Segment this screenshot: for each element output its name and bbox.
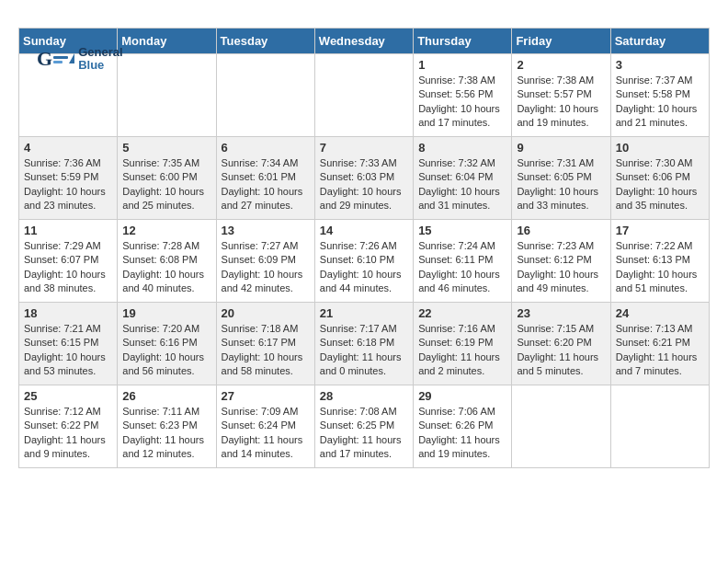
- calendar-cell: 13Sunrise: 7:27 AM Sunset: 6:09 PM Dayli…: [216, 220, 314, 303]
- day-info: Sunrise: 7:13 AM Sunset: 6:21 PM Dayligh…: [616, 322, 704, 379]
- day-number: 20: [222, 306, 310, 320]
- calendar-cell: 20Sunrise: 7:18 AM Sunset: 6:17 PM Dayli…: [216, 303, 314, 385]
- calendar-cell: [512, 385, 610, 468]
- day-number: 28: [320, 389, 408, 403]
- calendar-cell: 16Sunrise: 7:23 AM Sunset: 6:12 PM Dayli…: [512, 220, 610, 303]
- day-number: 21: [320, 306, 408, 320]
- weekday-header-friday: Friday: [512, 29, 610, 54]
- calendar-cell: 23Sunrise: 7:15 AM Sunset: 6:20 PM Dayli…: [512, 303, 610, 385]
- day-info: Sunrise: 7:11 AM Sunset: 6:23 PM Dayligh…: [122, 405, 210, 462]
- calendar-cell: 29Sunrise: 7:06 AM Sunset: 6:26 PM Dayli…: [414, 385, 512, 468]
- day-info: Sunrise: 7:37 AM Sunset: 5:58 PM Dayligh…: [616, 74, 704, 131]
- logo: G General Blue: [37, 46, 123, 73]
- weekday-header-monday: Monday: [118, 29, 216, 54]
- logo-line1: [53, 56, 68, 59]
- weekday-header-thursday: Thursday: [414, 29, 512, 54]
- day-number: 19: [122, 306, 210, 320]
- calendar-cell: 17Sunrise: 7:22 AM Sunset: 6:13 PM Dayli…: [610, 220, 709, 303]
- day-info: Sunrise: 7:12 AM Sunset: 6:22 PM Dayligh…: [24, 405, 112, 462]
- day-number: 24: [616, 306, 704, 320]
- calendar-cell: 27Sunrise: 7:09 AM Sunset: 6:24 PM Dayli…: [216, 385, 314, 468]
- calendar-cell: 2Sunrise: 7:38 AM Sunset: 5:57 PM Daylig…: [512, 54, 610, 137]
- day-number: 25: [24, 389, 112, 403]
- calendar-cell: 10Sunrise: 7:30 AM Sunset: 6:06 PM Dayli…: [610, 137, 709, 220]
- day-number: 18: [24, 306, 112, 320]
- day-info: Sunrise: 7:24 AM Sunset: 6:11 PM Dayligh…: [418, 239, 506, 296]
- day-number: 8: [418, 141, 506, 155]
- calendar-cell: 3Sunrise: 7:37 AM Sunset: 5:58 PM Daylig…: [610, 54, 709, 137]
- calendar-cell: [118, 54, 216, 137]
- day-number: 16: [517, 224, 605, 237]
- calendar-cell: 26Sunrise: 7:11 AM Sunset: 6:23 PM Dayli…: [118, 385, 216, 468]
- day-number: 23: [517, 306, 605, 320]
- day-number: 7: [320, 141, 408, 155]
- day-number: 15: [418, 224, 506, 237]
- calendar-cell: 24Sunrise: 7:13 AM Sunset: 6:21 PM Dayli…: [610, 303, 709, 385]
- day-info: Sunrise: 7:15 AM Sunset: 6:20 PM Dayligh…: [517, 322, 605, 379]
- calendar-cell: 21Sunrise: 7:17 AM Sunset: 6:18 PM Dayli…: [314, 303, 413, 385]
- day-number: 11: [24, 224, 112, 237]
- calendar-cell: [216, 54, 314, 137]
- day-info: Sunrise: 7:26 AM Sunset: 6:10 PM Dayligh…: [320, 239, 408, 296]
- day-info: Sunrise: 7:32 AM Sunset: 6:04 PM Dayligh…: [418, 156, 506, 213]
- day-number: 10: [616, 141, 704, 155]
- day-info: Sunrise: 7:23 AM Sunset: 6:12 PM Dayligh…: [517, 239, 605, 296]
- day-number: 2: [517, 58, 605, 72]
- day-number: 12: [122, 224, 210, 237]
- calendar-cell: 19Sunrise: 7:20 AM Sunset: 6:16 PM Dayli…: [118, 303, 216, 385]
- calendar-cell: 18Sunrise: 7:21 AM Sunset: 6:15 PM Dayli…: [19, 303, 118, 385]
- day-number: 6: [222, 141, 310, 155]
- day-info: Sunrise: 7:34 AM Sunset: 6:01 PM Dayligh…: [222, 156, 310, 213]
- calendar-cell: [314, 54, 413, 137]
- logo-line2: [53, 61, 63, 63]
- day-info: Sunrise: 7:28 AM Sunset: 6:08 PM Dayligh…: [122, 239, 210, 296]
- calendar-cell: 4Sunrise: 7:36 AM Sunset: 5:59 PM Daylig…: [19, 137, 118, 220]
- weekday-header-tuesday: Tuesday: [216, 29, 314, 54]
- day-info: Sunrise: 7:33 AM Sunset: 6:03 PM Dayligh…: [320, 156, 408, 213]
- day-info: Sunrise: 7:30 AM Sunset: 6:06 PM Dayligh…: [616, 156, 704, 213]
- day-number: 3: [616, 58, 704, 72]
- day-number: 5: [122, 141, 210, 155]
- logo-g-letter: G: [37, 47, 52, 71]
- day-number: 1: [418, 58, 506, 72]
- day-number: 9: [517, 141, 605, 155]
- calendar-cell: 12Sunrise: 7:28 AM Sunset: 6:08 PM Dayli…: [118, 220, 216, 303]
- day-info: Sunrise: 7:38 AM Sunset: 5:57 PM Dayligh…: [517, 74, 605, 131]
- day-info: Sunrise: 7:31 AM Sunset: 6:05 PM Dayligh…: [517, 156, 605, 213]
- calendar-cell: 25Sunrise: 7:12 AM Sunset: 6:22 PM Dayli…: [19, 385, 118, 468]
- day-info: Sunrise: 7:06 AM Sunset: 6:26 PM Dayligh…: [418, 405, 506, 462]
- logo-text: General Blue: [78, 46, 122, 73]
- day-number: 27: [222, 389, 310, 403]
- calendar-cell: [610, 385, 709, 468]
- day-info: Sunrise: 7:38 AM Sunset: 5:56 PM Dayligh…: [418, 74, 506, 131]
- day-number: 17: [616, 224, 704, 237]
- day-info: Sunrise: 7:21 AM Sunset: 6:15 PM Dayligh…: [24, 322, 112, 379]
- calendar-cell: 22Sunrise: 7:16 AM Sunset: 6:19 PM Dayli…: [414, 303, 512, 385]
- day-info: Sunrise: 7:17 AM Sunset: 6:18 PM Dayligh…: [320, 322, 408, 379]
- day-number: 14: [320, 224, 408, 237]
- calendar-cell: 5Sunrise: 7:35 AM Sunset: 6:00 PM Daylig…: [118, 137, 216, 220]
- day-info: Sunrise: 7:08 AM Sunset: 6:25 PM Dayligh…: [320, 405, 408, 462]
- weekday-header-wednesday: Wednesday: [314, 29, 413, 54]
- day-info: Sunrise: 7:27 AM Sunset: 6:09 PM Dayligh…: [222, 239, 310, 296]
- day-number: 13: [222, 224, 310, 237]
- day-info: Sunrise: 7:35 AM Sunset: 6:00 PM Dayligh…: [122, 156, 210, 213]
- calendar-cell: 7Sunrise: 7:33 AM Sunset: 6:03 PM Daylig…: [314, 137, 413, 220]
- calendar-cell: 14Sunrise: 7:26 AM Sunset: 6:10 PM Dayli…: [314, 220, 413, 303]
- day-info: Sunrise: 7:18 AM Sunset: 6:17 PM Dayligh…: [222, 322, 310, 379]
- day-info: Sunrise: 7:36 AM Sunset: 5:59 PM Dayligh…: [24, 156, 112, 213]
- day-info: Sunrise: 7:29 AM Sunset: 6:07 PM Dayligh…: [24, 239, 112, 296]
- day-info: Sunrise: 7:09 AM Sunset: 6:24 PM Dayligh…: [222, 405, 310, 462]
- day-info: Sunrise: 7:22 AM Sunset: 6:13 PM Dayligh…: [616, 239, 704, 296]
- weekday-header-saturday: Saturday: [610, 29, 709, 54]
- day-number: 29: [418, 389, 506, 403]
- calendar-cell: 9Sunrise: 7:31 AM Sunset: 6:05 PM Daylig…: [512, 137, 610, 220]
- day-number: 4: [24, 141, 112, 155]
- calendar-cell: 28Sunrise: 7:08 AM Sunset: 6:25 PM Dayli…: [314, 385, 413, 468]
- calendar-cell: 15Sunrise: 7:24 AM Sunset: 6:11 PM Dayli…: [414, 220, 512, 303]
- day-number: 22: [418, 306, 506, 320]
- calendar-table: SundayMondayTuesdayWednesdayThursdayFrid…: [18, 28, 710, 468]
- calendar-cell: 8Sunrise: 7:32 AM Sunset: 6:04 PM Daylig…: [414, 137, 512, 220]
- calendar-cell: 11Sunrise: 7:29 AM Sunset: 6:07 PM Dayli…: [19, 220, 118, 303]
- calendar-cell: 1Sunrise: 7:38 AM Sunset: 5:56 PM Daylig…: [414, 54, 512, 137]
